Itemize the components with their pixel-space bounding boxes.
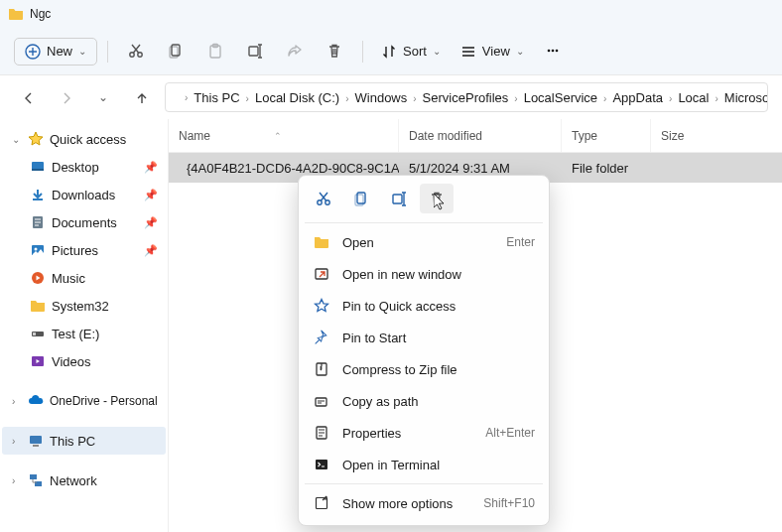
sidebar-item[interactable]: Test (E:): [2, 320, 166, 347]
cut-button[interactable]: [118, 34, 154, 69]
properties-icon: [314, 425, 329, 441]
onedrive[interactable]: › OneDrive - Personal: [2, 387, 166, 415]
ctx-new-window[interactable]: Open in new window: [305, 258, 543, 290]
star-icon: [28, 131, 44, 147]
chevron-down-icon: ⌄: [516, 46, 524, 57]
ctx-cut-button[interactable]: [307, 184, 340, 213]
quick-access[interactable]: ⌄ Quick access: [2, 125, 166, 153]
ctx-properties[interactable]: PropertiesAlt+Enter: [305, 417, 543, 449]
star-outline-icon: [314, 298, 329, 314]
rename-icon: [391, 191, 408, 207]
svg-point-21: [35, 248, 38, 251]
column-date[interactable]: Date modified: [399, 119, 562, 152]
delete-button[interactable]: [317, 34, 352, 69]
new-window-icon: [314, 266, 329, 282]
paste-button: [197, 34, 233, 69]
zip-icon: [314, 361, 329, 377]
view-icon: [460, 44, 476, 60]
breadcrumb-item[interactable]: Windows: [354, 88, 409, 107]
ctx-copy-button[interactable]: [344, 184, 378, 213]
share-button: [277, 34, 313, 69]
title-bar: Ngc: [0, 0, 782, 28]
ctx-terminal[interactable]: Open in Terminal: [305, 449, 543, 480]
recent-button[interactable]: ⌄: [89, 83, 117, 111]
navigation-pane: ⌄ Quick access Desktop📌Downloads📌Documen…: [0, 119, 169, 532]
cursor-icon: [434, 194, 451, 210]
item-icon: [30, 270, 46, 286]
column-size[interactable]: Size: [651, 119, 722, 152]
ctx-pin-start[interactable]: Pin to Start: [305, 322, 543, 353]
sort-button[interactable]: Sort ⌄: [373, 38, 449, 66]
more-button[interactable]: [536, 34, 572, 69]
sidebar-item[interactable]: Videos: [2, 347, 166, 375]
breadcrumb-item[interactable]: This PC: [193, 88, 240, 107]
sort-indicator-icon: ⌃: [274, 131, 282, 141]
pin-icon: 📌: [144, 189, 158, 201]
trash-icon: [326, 43, 343, 60]
expand-icon[interactable]: ›: [12, 475, 22, 486]
copy-button[interactable]: [158, 34, 194, 69]
breadcrumb-item[interactable]: Microsoft: [723, 88, 768, 107]
expand-icon[interactable]: ›: [12, 436, 22, 447]
ctx-rename-button[interactable]: [382, 184, 416, 213]
back-button[interactable]: [14, 83, 42, 111]
pin-icon: 📌: [144, 244, 158, 257]
svg-rect-18: [32, 169, 44, 171]
command-bar: New ⌄ Sort ⌄ View ⌄: [0, 28, 782, 75]
sidebar-item[interactable]: System32: [2, 292, 166, 320]
svg-rect-28: [30, 474, 37, 479]
back-icon: [21, 90, 36, 105]
sidebar-item[interactable]: Music: [2, 264, 166, 292]
address-bar[interactable]: › This PC›Local Disk (C:)›Windows›Servic…: [165, 82, 768, 112]
item-icon: [30, 159, 46, 175]
chevron-down-icon: ⌄: [78, 46, 86, 57]
new-button[interactable]: New ⌄: [14, 38, 97, 66]
sidebar-item[interactable]: Documents📌: [2, 208, 166, 236]
paste-icon: [207, 43, 224, 60]
cut-icon: [128, 43, 145, 60]
breadcrumb-item[interactable]: ServiceProfiles: [422, 88, 510, 107]
ctx-delete-button[interactable]: [420, 184, 454, 213]
forward-button: [52, 83, 79, 111]
network[interactable]: › Network: [2, 466, 166, 494]
rename-icon: [247, 43, 264, 60]
forward-icon: [59, 90, 73, 105]
more-icon: [545, 43, 562, 60]
collapse-icon[interactable]: ⌄: [12, 134, 22, 145]
breadcrumb-item[interactable]: LocalService: [523, 88, 598, 107]
up-icon: [134, 90, 149, 105]
item-icon: [30, 214, 46, 230]
breadcrumb-item[interactable]: Local Disk (C:): [254, 88, 340, 107]
context-quickbar: [305, 182, 543, 219]
column-name[interactable]: Name⌃: [169, 119, 399, 152]
up-button[interactable]: [127, 83, 155, 111]
terminal-icon: [314, 457, 329, 472]
cut-icon: [316, 191, 332, 207]
ctx-more-options[interactable]: Show more optionsShift+F10: [305, 487, 543, 519]
chevron-down-icon: ⌄: [98, 90, 108, 104]
breadcrumb-item[interactable]: Local: [677, 88, 710, 107]
ctx-compress[interactable]: Compress to Zip file: [305, 353, 543, 385]
ctx-pin-quick[interactable]: Pin to Quick access: [305, 290, 543, 322]
item-icon: [30, 326, 46, 341]
sidebar-item[interactable]: Pictures📌: [2, 236, 166, 264]
view-button[interactable]: View ⌄: [453, 38, 532, 66]
sidebar-item[interactable]: Desktop📌: [2, 153, 166, 181]
item-icon: [30, 298, 46, 314]
expand-icon[interactable]: ›: [12, 396, 22, 407]
ctx-open[interactable]: OpenEnter: [305, 226, 543, 258]
svg-rect-26: [30, 436, 42, 444]
copy-path-icon: [314, 393, 329, 409]
pin-icon: 📌: [144, 161, 158, 174]
rename-button[interactable]: [237, 34, 273, 69]
sidebar-item[interactable]: Downloads📌: [2, 181, 166, 208]
column-type[interactable]: Type: [562, 119, 651, 152]
copy-icon: [353, 191, 370, 207]
pin-icon: [314, 330, 329, 345]
column-headers: Name⌃ Date modified Type Size: [169, 119, 782, 153]
share-icon: [287, 43, 304, 60]
folder-icon: [314, 234, 329, 250]
item-icon: [30, 187, 46, 202]
this-pc[interactable]: › This PC: [2, 427, 166, 455]
breadcrumb-item[interactable]: AppData: [611, 88, 664, 107]
